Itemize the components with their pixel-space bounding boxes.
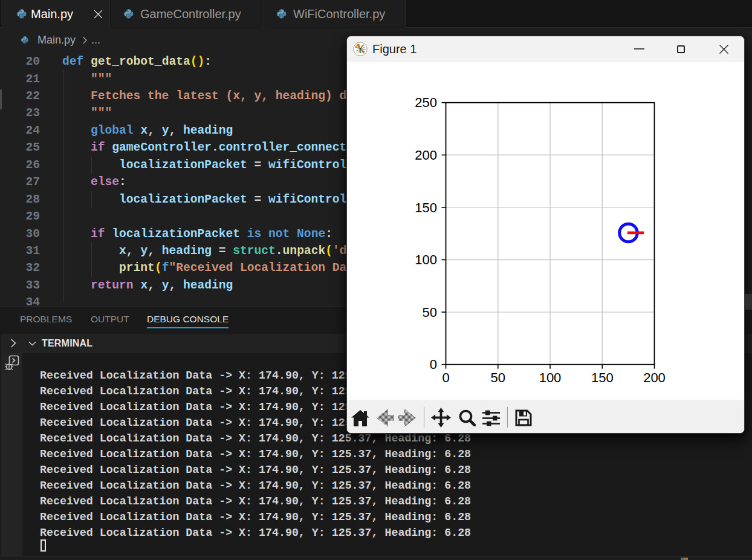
svg-text:0: 0 (430, 357, 437, 372)
svg-text:150: 150 (415, 200, 437, 215)
svg-text:0: 0 (442, 370, 449, 385)
svg-text:50: 50 (423, 305, 437, 320)
svg-text:150: 150 (591, 370, 614, 385)
svg-text:250: 250 (415, 95, 437, 110)
svg-text:100: 100 (415, 252, 437, 267)
svg-text:200: 200 (415, 148, 437, 163)
svg-text:200: 200 (643, 370, 666, 385)
svg-text:50: 50 (491, 370, 505, 385)
svg-text:100: 100 (539, 370, 562, 385)
